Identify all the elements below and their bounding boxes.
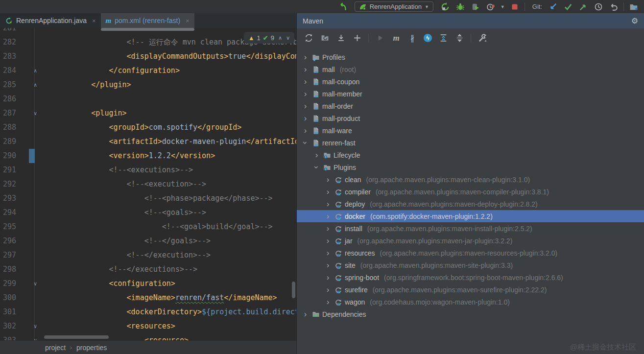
chevron-right-icon[interactable]: › (324, 286, 332, 293)
maven-tree-row-mall-ware[interactable]: ›mmall-ware (297, 124, 644, 137)
skip-tests-icon[interactable]: ∦ (407, 33, 417, 43)
chevron-right-icon[interactable]: › (324, 237, 332, 244)
git-push-button[interactable] (578, 1, 589, 12)
code-line[interactable]: 296 <!--</goals>--> (0, 234, 296, 248)
chevron-right-icon[interactable]: › (324, 274, 332, 281)
add-maven-project-icon[interactable] (352, 33, 362, 43)
code-line[interactable]: 297 <!--</execution>--> (0, 248, 296, 262)
maven-tree-row-install[interactable]: ›minstall(org.apache.maven.plugins:maven… (297, 222, 644, 235)
stop-button[interactable] (509, 1, 520, 12)
next-problem-icon[interactable]: ∨ (286, 35, 290, 41)
close-icon[interactable]: × (186, 17, 190, 24)
project-structure-icon[interactable] (628, 1, 639, 12)
code-line[interactable]: 300 <imageName>renren/fast</imageName> (0, 291, 296, 305)
maven-tree-row-surefire[interactable]: ›msurefire(org.apache.maven.plugins:mave… (297, 283, 644, 296)
chevron-right-icon[interactable]: › (313, 151, 320, 159)
maven-tree-row-deploy[interactable]: ›mdeploy(org.apache.maven.plugins:maven-… (297, 198, 644, 210)
fold-marker-icon[interactable]: ∨ (31, 319, 39, 333)
maven-tree-row-dependencies[interactable]: ›Dependencies (297, 308, 644, 320)
chevron-right-icon[interactable]: › (324, 249, 332, 257)
maven-tree-row-profiles[interactable]: ›Profiles (297, 51, 644, 63)
code-line[interactable]: 284∧ </configuration> (0, 64, 296, 78)
maven-panel-header[interactable]: Maven ⚙ (297, 13, 644, 28)
maven-tree-row-plugins[interactable]: ›Plugins (297, 161, 644, 173)
code-line[interactable]: 283 <displayCommandOutputs>true</display… (0, 49, 296, 64)
maven-tree-row-mall-coupon[interactable]: ›mmall-coupon (297, 75, 644, 88)
chevron-right-icon[interactable]: › (302, 90, 309, 97)
tab-renren-application[interactable]: RenrenApplication.java × (0, 13, 101, 28)
maven-tree-row-lifecycle[interactable]: ›Lifecycle (297, 149, 644, 161)
chevron-right-icon[interactable]: › (324, 225, 332, 232)
fold-marker-icon[interactable]: ∨ (31, 277, 39, 291)
git-commit-button[interactable] (563, 1, 573, 12)
reload-maven-icon[interactable] (304, 33, 313, 43)
chevron-right-icon[interactable]: › (302, 66, 309, 73)
code-line[interactable]: 302∨ <resources> (0, 319, 296, 333)
code-line[interactable]: 301 <dockerDirectory>${project.build.dir… (0, 305, 296, 319)
chevron-down-icon[interactable]: › (302, 139, 309, 146)
chevron-right-icon[interactable]: › (324, 188, 332, 195)
maven-tree-row-compiler[interactable]: ›mcompiler(org.apache.maven.plugins:mave… (297, 186, 644, 198)
code-line[interactable]: 292 <!--<execution>--> (0, 177, 296, 191)
maven-tree-row-spring-boot[interactable]: ›mspring-boot(org.springframework.boot:s… (297, 271, 644, 283)
rollback-button[interactable] (608, 1, 619, 12)
collapse-all-icon[interactable] (454, 33, 464, 43)
chevron-right-icon[interactable]: › (324, 298, 332, 306)
close-icon[interactable]: × (92, 17, 96, 24)
offline-mode-icon[interactable]: ϟ (424, 34, 432, 42)
code-line[interactable]: 287∨ <plugin> (0, 106, 296, 120)
maven-settings-icon[interactable] (477, 33, 487, 43)
breadcrumb-item-project[interactable]: project (45, 344, 66, 352)
chevron-right-icon[interactable]: › (324, 212, 332, 220)
breadcrumb-item-properties[interactable]: properties (76, 344, 107, 352)
chevron-right-icon[interactable]: › (302, 53, 309, 61)
expand-all-icon[interactable] (438, 33, 448, 43)
code-line[interactable]: 288 <groupId>com.spotify</groupId> (0, 120, 296, 135)
maven-tree-row-mall-member[interactable]: ›mmall-member (297, 88, 644, 100)
chevron-right-icon[interactable]: › (302, 78, 309, 85)
chevron-right-icon[interactable]: › (324, 261, 332, 269)
prev-problem-icon[interactable]: ∧ (278, 35, 282, 41)
run-with-coverage-button[interactable] (470, 1, 481, 12)
code-line[interactable]: 289 <artifactId>docker-maven-plugin</art… (0, 135, 296, 149)
code-line[interactable]: 298 <!--</executions>--> (0, 262, 296, 277)
run-build-icon[interactable] (375, 33, 385, 43)
profiler-button[interactable] (485, 1, 496, 12)
chevron-right-icon[interactable]: › (324, 176, 332, 183)
code-line[interactable]: 290 <version>1.2.2</version> (0, 149, 296, 163)
fold-marker-icon[interactable]: ∧ (31, 64, 39, 78)
maven-tree-row-mall-order[interactable]: ›mmall-order (297, 100, 644, 112)
execute-goal-icon[interactable]: m (391, 33, 401, 43)
generate-sources-icon[interactable] (320, 33, 330, 43)
run-configuration-select[interactable]: RenrenApplication ▼ (355, 1, 433, 12)
vertical-scrollbar[interactable] (292, 282, 295, 298)
code-line[interactable]: 299∨ <configuration> (0, 277, 296, 291)
maven-tree-row-site[interactable]: ›msite(org.apache.maven.plugins:maven-si… (297, 259, 644, 271)
code-line[interactable]: 294 <!--<goals>--> (0, 206, 296, 220)
chevron-right-icon[interactable]: › (302, 127, 309, 134)
fold-marker-icon[interactable]: ∨ (31, 333, 39, 340)
maven-tree-row-wagon[interactable]: ›mwagon(org.codehaus.mojo:wagon-maven-pl… (297, 296, 644, 308)
chevron-right-icon[interactable]: › (302, 102, 309, 110)
profiler-dropdown-icon[interactable]: ▼ (501, 4, 505, 9)
code-editor[interactable]: ▲ 1 ✔ 9 ∧ ∨ 281 </commands>282 <!-- 运行命令… (0, 28, 296, 340)
chevron-right-icon[interactable]: › (302, 115, 309, 122)
chevron-right-icon[interactable]: › (324, 200, 332, 208)
rerun-button[interactable] (440, 1, 451, 12)
git-update-button[interactable] (548, 1, 558, 12)
maven-tree-row-docker[interactable]: ›mdocker(com.spotify:docker-maven-plugin… (297, 210, 644, 222)
maven-tree-row-renren-fast[interactable]: ›mrenren-fast (297, 137, 644, 149)
maven-tree-row-resources[interactable]: ›mresources(org.apache.maven.plugins:mav… (297, 247, 644, 259)
maven-tree-row-mall[interactable]: ›mmall(root) (297, 63, 644, 75)
horizontal-scrollbar[interactable] (44, 335, 109, 339)
maven-tree-row-mall-product[interactable]: ›mmall-product (297, 112, 644, 124)
code-line[interactable]: 285∧ </plugin> (0, 78, 296, 92)
code-line[interactable]: 295 <!--<goal>build</goal>--> (0, 220, 296, 234)
maven-tree-row-clean[interactable]: ›mclean(org.apache.maven.plugins:maven-c… (297, 173, 644, 186)
code-line[interactable]: 291 <!--<executions>--> (0, 163, 296, 177)
maven-tree-row-jar[interactable]: ›mjar(org.apache.maven.plugins:maven-jar… (297, 235, 644, 247)
gear-icon[interactable]: ⚙ (631, 16, 638, 25)
code-line[interactable]: 286 (0, 92, 296, 106)
download-sources-icon[interactable] (336, 33, 346, 43)
tab-pom-xml[interactable]: m pom.xml (renren-fast) × (101, 13, 194, 28)
